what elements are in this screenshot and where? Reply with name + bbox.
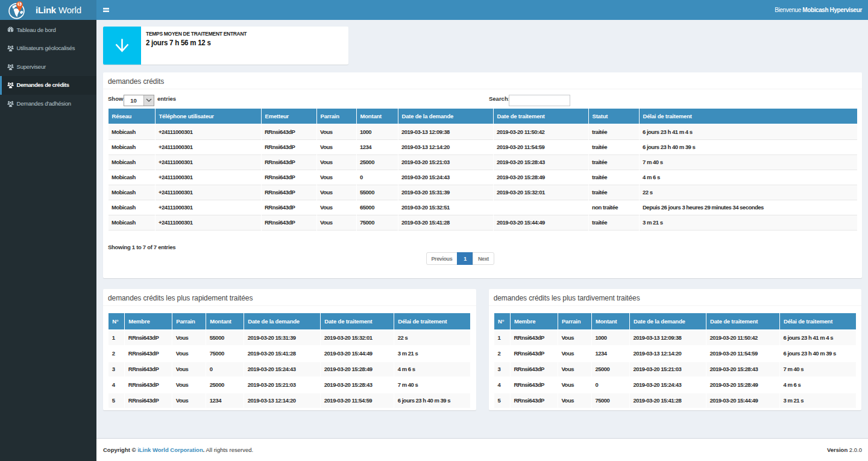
svg-text:$: $ [19, 2, 21, 7]
